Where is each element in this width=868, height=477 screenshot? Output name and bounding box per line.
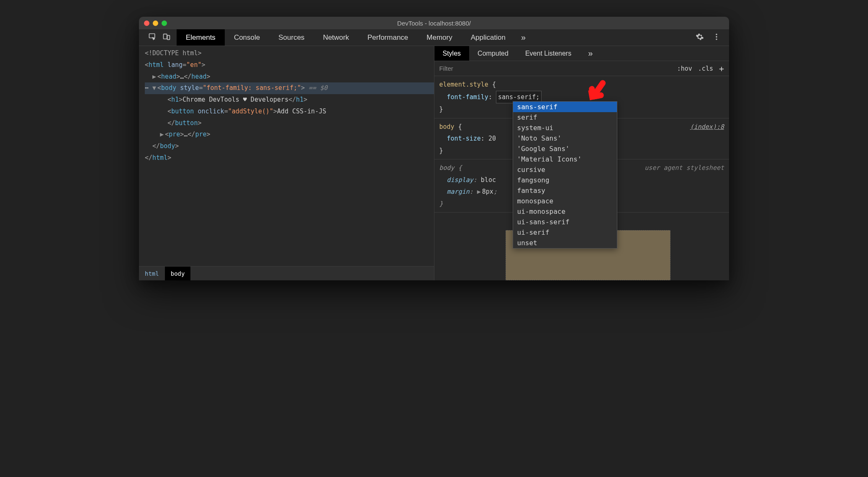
styles-filter-row: :hov .cls + <box>434 61 729 76</box>
zoom-window-button[interactable] <box>162 21 167 26</box>
css-val-margin: 8px <box>482 188 493 195</box>
autocomplete-option[interactable]: ui-serif <box>513 227 617 238</box>
dom-node-body[interactable]: ⋯ ▼<body style="font-family: sans-serif;… <box>145 82 434 94</box>
font-family-autocomplete[interactable]: sans-serifserifsystem-ui'Noto Sans''Goog… <box>513 101 617 249</box>
css-selector[interactable]: body <box>439 123 455 131</box>
inspect-element-icon[interactable] <box>148 33 157 43</box>
autocomplete-option[interactable]: 'Material Icons' <box>513 154 617 164</box>
styles-panel: Styles Computed Event Listeners » :hov .… <box>434 46 729 280</box>
subtab-styles[interactable]: Styles <box>434 46 470 61</box>
window-title: DevTools - localhost:8080/ <box>397 20 471 27</box>
tab-sources[interactable]: Sources <box>269 29 313 46</box>
main-toolbar: Elements Console Sources Network Perform… <box>139 29 729 46</box>
css-val-font-size[interactable]: 20 <box>488 135 496 142</box>
breadcrumb: html body <box>139 266 434 280</box>
autocomplete-option[interactable]: 'Google Sans' <box>513 144 617 154</box>
breadcrumb-html[interactable]: html <box>139 267 165 280</box>
autocomplete-option[interactable]: ui-sans-serif <box>513 217 617 227</box>
autocomplete-option[interactable]: system-ui <box>513 123 617 133</box>
dom-node-h1[interactable]: <h1>Chrome DevTools ♥ Developers</h1> <box>145 94 434 106</box>
svg-rect-2 <box>167 35 170 39</box>
subtab-computed[interactable]: Computed <box>469 46 517 61</box>
svg-point-3 <box>716 33 717 35</box>
toggle-cls-button[interactable]: .cls <box>698 65 713 72</box>
svg-rect-1 <box>164 34 167 39</box>
autocomplete-option[interactable]: fangsong <box>513 175 617 185</box>
dom-tree[interactable]: <!DOCTYPE html> <html lang="en"> ▶<head>… <box>139 46 434 266</box>
elements-panel: <!DOCTYPE html> <html lang="en"> ▶<head>… <box>139 46 434 280</box>
autocomplete-option[interactable]: cursive <box>513 164 617 175</box>
dom-node-button[interactable]: <button onclick="addStyle()">Add CSS-in-… <box>145 106 434 118</box>
stylesheet-link[interactable]: (index):8 <box>690 121 724 133</box>
main-tabs: Elements Console Sources Network Perform… <box>177 29 532 46</box>
css-prop-font-size[interactable]: font-size <box>447 135 481 142</box>
dom-node-html[interactable]: <html lang="en"> <box>145 59 434 71</box>
svg-rect-0 <box>149 33 155 38</box>
callout-arrow-icon <box>583 79 611 111</box>
autocomplete-option[interactable]: serif <box>513 112 617 123</box>
css-prop-font-family[interactable]: font-family <box>447 93 488 101</box>
user-agent-label: user agent stylesheet <box>645 162 724 174</box>
autocomplete-option[interactable]: ui-monospace <box>513 206 617 217</box>
dom-node-html-close[interactable]: </html> <box>145 152 434 164</box>
devtools-window: DevTools - localhost:8080/ Elements Cons… <box>139 17 729 280</box>
traffic-lights <box>144 21 167 26</box>
subtab-event-listeners[interactable]: Event Listeners <box>517 46 580 61</box>
autocomplete-option[interactable]: fantasy <box>513 185 617 196</box>
tab-network[interactable]: Network <box>314 29 358 46</box>
more-tabs-button[interactable]: » <box>515 29 532 46</box>
expand-margin-icon[interactable]: ▶ <box>477 186 482 198</box>
dom-node-button-close[interactable]: </button> <box>145 118 434 129</box>
autocomplete-option[interactable]: monospace <box>513 196 617 206</box>
tab-memory[interactable]: Memory <box>417 29 461 46</box>
toggle-hov-button[interactable]: :hov <box>677 65 692 72</box>
dom-node-body-close[interactable]: </body> <box>145 141 434 152</box>
styles-sub-tabs: Styles Computed Event Listeners » <box>434 46 729 61</box>
titlebar: DevTools - localhost:8080/ <box>139 17 729 29</box>
css-val-display: bloc <box>481 176 496 184</box>
new-style-rule-button[interactable]: + <box>719 64 724 73</box>
svg-point-4 <box>716 36 717 37</box>
styles-filter-input[interactable] <box>439 65 677 72</box>
dom-node-doctype[interactable]: <!DOCTYPE html> <box>145 48 434 59</box>
autocomplete-option[interactable]: unset <box>513 238 617 248</box>
tab-console[interactable]: Console <box>225 29 269 46</box>
settings-icon[interactable] <box>696 33 704 43</box>
css-selector[interactable]: element.style <box>439 81 488 88</box>
device-toolbar-icon[interactable] <box>162 33 171 43</box>
more-options-icon[interactable] <box>712 33 721 43</box>
minimize-window-button[interactable] <box>153 21 158 26</box>
tab-application[interactable]: Application <box>462 29 515 46</box>
css-prop-margin: margin <box>447 188 470 195</box>
breadcrumb-body[interactable]: body <box>165 267 191 280</box>
svg-point-5 <box>716 38 717 40</box>
dom-node-head[interactable]: ▶<head>…</head> <box>145 71 434 83</box>
close-window-button[interactable] <box>144 21 149 26</box>
dom-node-pre[interactable]: ▶<pre>…</pre> <box>145 129 434 141</box>
tab-elements[interactable]: Elements <box>177 29 225 46</box>
css-prop-display: display <box>447 176 473 184</box>
autocomplete-option[interactable]: 'Noto Sans' <box>513 133 617 144</box>
tab-performance[interactable]: Performance <box>358 29 417 46</box>
more-subtabs-button[interactable]: » <box>580 46 601 61</box>
css-selector: body <box>439 164 455 172</box>
